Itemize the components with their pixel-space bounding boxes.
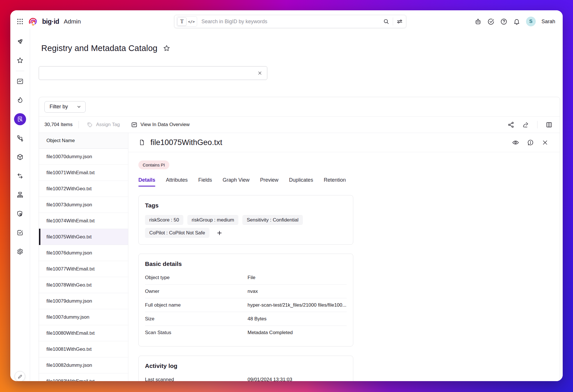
table-row[interactable]: file10078WithGeo.txt: [39, 277, 128, 293]
table-row[interactable]: file10080WithEmail.txt: [39, 325, 128, 341]
tag-pills: riskScore : 50riskGroup : mediumSensitiv…: [145, 215, 347, 238]
edit-pencil-button[interactable]: [15, 371, 25, 381]
app-launcher-icon[interactable]: [16, 18, 24, 25]
sidebar-item-action-center[interactable]: [11, 223, 30, 242]
search-icon[interactable]: [383, 18, 390, 25]
cube-icon: [16, 153, 24, 161]
object-name: file10079dummy.json: [46, 298, 92, 304]
table-row[interactable]: file10071WithEmail.txt: [39, 165, 128, 181]
share-icon[interactable]: [507, 121, 515, 128]
object-name: file1007dummy.json: [46, 314, 89, 320]
table-row[interactable]: file1007dummy.json: [39, 309, 128, 325]
avatar[interactable]: S: [526, 17, 536, 26]
catalog-search-input[interactable]: [44, 70, 257, 77]
global-search-bar: T </>: [174, 15, 406, 28]
filter-sliders-icon[interactable]: [396, 18, 403, 25]
table-row[interactable]: file10083WithEmail.txt: [39, 373, 128, 381]
help-icon[interactable]: [500, 18, 507, 25]
favorite-star-icon[interactable]: [163, 44, 170, 52]
app-header: big·id Admin T </>: [10, 10, 563, 33]
sidebar-item-stewardship[interactable]: [11, 185, 30, 204]
checkbox-icon: [16, 229, 24, 236]
object-name: file10074WithEmail.txt: [46, 218, 95, 224]
org-chart-icon: [16, 191, 24, 199]
bell-icon[interactable]: [513, 18, 520, 25]
sidebar-item-catalog[interactable]: [11, 110, 30, 129]
eye-icon[interactable]: [512, 139, 519, 146]
tag-pill[interactable]: riskScore : 50: [145, 215, 183, 225]
sidebar-item-getting-started[interactable]: [11, 32, 30, 51]
tab-preview[interactable]: Preview: [260, 177, 278, 187]
columns-icon[interactable]: [545, 121, 553, 128]
basic-details-heading: Basic details: [145, 260, 347, 267]
shield-cursor-icon: [16, 210, 24, 217]
filter-row: Filter by: [39, 97, 560, 117]
table-row[interactable]: file10079dummy.json: [39, 293, 128, 309]
tab-details[interactable]: Details: [138, 177, 155, 187]
tab-attributes[interactable]: Attributes: [166, 177, 188, 187]
tab-duplicates[interactable]: Duplicates: [289, 177, 313, 187]
table-row[interactable]: file10077WithEmail.txt: [39, 261, 128, 277]
sidebar-item-risk[interactable]: [11, 91, 30, 110]
filter-by-button[interactable]: Filter by: [44, 101, 86, 113]
page-title-row: Registry and Metadata Catalog: [41, 44, 563, 53]
detail-label: Scan Status: [145, 330, 248, 336]
content-split: Object Name file10070dummy.json file1007…: [39, 133, 560, 381]
detail-label: Full object name: [145, 302, 248, 308]
details-tabs: DetailsAttributesFieldsGraph ViewPreview…: [138, 177, 560, 187]
view-in-data-overview-button[interactable]: View In Data Overview: [129, 121, 191, 128]
object-name: file10070dummy.json: [46, 154, 92, 160]
table-row[interactable]: file10082dummy.json: [39, 357, 128, 373]
detail-value: 09/01/2024 13:31:03: [248, 377, 292, 381]
tab-graph-view[interactable]: Graph View: [223, 177, 250, 187]
sidebar-item-classification[interactable]: [11, 129, 30, 148]
desktop-background: big·id Admin T </>: [0, 0, 573, 392]
comment-alert-icon[interactable]: [527, 139, 534, 146]
robot-icon[interactable]: [474, 18, 482, 25]
brand-suffix: Admin: [64, 18, 81, 25]
table-row[interactable]: file10081WithGeo.txt: [39, 341, 128, 357]
table-row[interactable]: file10073dummy.json: [39, 197, 128, 213]
items-count: 30,704 Items: [44, 122, 72, 128]
object-name-header[interactable]: Object Name: [39, 133, 128, 149]
rocket-icon: [16, 38, 24, 45]
assign-tag-button[interactable]: Assign Tag: [85, 121, 121, 128]
sidebar-item-favorites[interactable]: [11, 51, 30, 70]
code-mode-icon[interactable]: </>: [187, 17, 196, 26]
tag-pill[interactable]: CoPilot : CoPilot Not Safe: [145, 228, 209, 238]
sidebar-item-overview[interactable]: [11, 72, 30, 91]
clear-icon[interactable]: [257, 70, 262, 76]
details-header: file10075WithGeo.txt: [128, 133, 560, 152]
tab-retention[interactable]: Retention: [324, 177, 346, 187]
catalog-panel: Filter by 30,704 Items: [39, 97, 560, 381]
object-name: file10082dummy.json: [46, 362, 92, 368]
object-name: file10071WithEmail.txt: [46, 170, 95, 176]
sidebar-item-settings[interactable]: [11, 242, 30, 261]
chart-overview-icon: [131, 121, 138, 128]
table-row[interactable]: file10072WithGeo.txt: [39, 181, 128, 197]
sidebar-item-data-flows[interactable]: [11, 166, 30, 185]
sidebar-item-inventory[interactable]: [11, 148, 30, 166]
tab-fields[interactable]: Fields: [198, 177, 212, 187]
add-tag-button[interactable]: [216, 230, 223, 236]
export-icon[interactable]: [522, 121, 529, 128]
user-name[interactable]: Sarah: [541, 19, 555, 25]
sidebar-item-privacy[interactable]: [11, 204, 30, 223]
activity-log-rows: Last scanned 09/01/2024 13:31:03: [145, 373, 347, 381]
page-title: Registry and Metadata Catalog: [41, 44, 158, 53]
search-mode-group: T </>: [176, 16, 197, 27]
detail-label: Owner: [145, 289, 248, 294]
close-icon[interactable]: [542, 139, 548, 146]
table-row[interactable]: file10076dummy.json: [39, 245, 128, 261]
check-circle-icon[interactable]: [487, 18, 494, 25]
table-row[interactable]: file10074WithEmail.txt: [39, 213, 128, 229]
detail-value: hyper-scan-test/21k_files/21000 files/fi…: [248, 302, 346, 308]
table-row[interactable]: file10075WithGeo.txt: [39, 229, 128, 245]
global-search-input[interactable]: [197, 18, 383, 25]
tag-pill[interactable]: riskGroup : medium: [187, 215, 238, 225]
table-row[interactable]: file10070dummy.json: [39, 149, 128, 165]
object-name: file10077WithEmail.txt: [46, 266, 95, 272]
detail-label: Object type: [145, 275, 248, 281]
text-mode-icon[interactable]: T: [177, 17, 187, 26]
tag-pill[interactable]: Sensitivity : Confidential: [242, 215, 303, 225]
